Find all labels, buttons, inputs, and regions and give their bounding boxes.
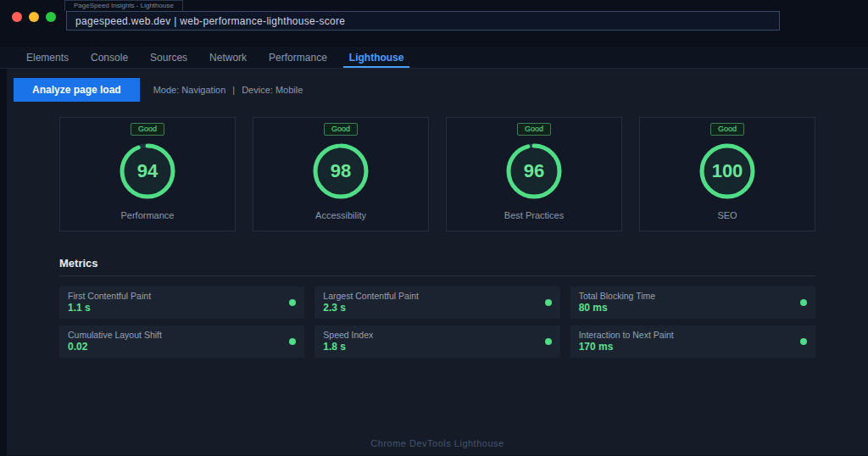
metric-status-good-icon	[545, 338, 552, 345]
score-value: 96	[504, 141, 565, 202]
score-card-best-practices[interactable]: Good 96 Best Practices	[446, 117, 622, 231]
score-value: 100	[697, 141, 758, 202]
score-label: Accessibility	[315, 210, 366, 220]
maximize-window-icon[interactable]	[46, 12, 56, 22]
lighthouse-panel: Analyze page load Mode: Navigation | Dev…	[0, 69, 868, 455]
analyze-page-load-button[interactable]: Analyze page load	[14, 78, 140, 102]
tab-elements[interactable]: Elements	[15, 47, 80, 68]
tab-performance[interactable]: Performance	[258, 47, 338, 68]
metric-value: 2.3 s	[323, 302, 419, 314]
close-window-icon[interactable]	[12, 12, 22, 22]
metric-name: Largest Contentful Paint	[323, 291, 419, 301]
metric-total-blocking-time: Total Blocking Time 80 ms	[570, 286, 815, 319]
metric-largest-contentful-paint: Largest Contentful Paint 2.3 s	[314, 286, 559, 319]
device-label: Device: Mobile	[242, 85, 303, 95]
score-label: SEO	[717, 210, 737, 220]
metric-value: 170 ms	[579, 341, 674, 353]
metric-cumulative-layout-shift: Cumulative Layout Shift 0.02	[59, 325, 304, 358]
metrics-heading: Metrics	[59, 257, 815, 276]
performance-gauge[interactable]: 94	[117, 141, 178, 202]
metric-value: 80 ms	[579, 302, 655, 314]
panel-footer: Chrome DevTools Lighthouse	[7, 438, 868, 448]
address-bar-url: pagespeed.web.dev | web-performance-ligh…	[75, 15, 345, 27]
window-controls	[12, 12, 56, 22]
metric-speed-index: Speed Index 1.8 s	[314, 325, 559, 358]
status-badge: Good	[517, 123, 551, 136]
tab-lighthouse[interactable]: Lighthouse	[338, 47, 415, 68]
metric-name: Speed Index	[323, 330, 373, 340]
metric-value: 0.02	[68, 341, 162, 353]
metric-value: 1.8 s	[323, 341, 373, 353]
tab-sources[interactable]: Sources	[139, 47, 198, 68]
score-value: 94	[117, 141, 178, 202]
metric-first-contentful-paint: First Contentful Paint 1.1 s	[59, 286, 304, 319]
best-practices-gauge[interactable]: 96	[504, 141, 565, 202]
metric-interaction-to-next-paint: Interaction to Next Paint 170 ms	[570, 325, 815, 358]
metric-value: 1.1 s	[68, 302, 151, 314]
metric-name: Total Blocking Time	[579, 291, 655, 301]
metric-status-good-icon	[289, 338, 296, 345]
minimize-window-icon[interactable]	[29, 12, 39, 22]
settings-separator: |	[232, 85, 235, 95]
browser-tab[interactable]: PageSpeed Insights - Lighthouse	[64, 0, 183, 11]
metric-status-good-icon	[800, 338, 807, 345]
metrics-section: Metrics First Contentful Paint 1.1 s Lar…	[59, 257, 815, 358]
status-badge: Good	[324, 123, 358, 136]
metric-status-good-icon	[800, 299, 807, 306]
status-badge: Good	[710, 123, 744, 136]
status-badge: Good	[131, 123, 164, 136]
run-settings-summary: Mode: Navigation | Device: Mobile	[153, 85, 303, 95]
tab-console[interactable]: Console	[80, 47, 139, 68]
score-card-performance[interactable]: Good 94 Performance	[59, 117, 236, 231]
tab-performance-label: Performance	[269, 52, 327, 64]
metrics-grid: First Contentful Paint 1.1 s Largest Con…	[59, 286, 815, 358]
tab-lighthouse-label: Lighthouse	[349, 52, 404, 64]
devtools-tab-bar: Elements Console Sources Network Perform…	[0, 47, 868, 69]
address-bar[interactable]: pagespeed.web.dev | web-performance-ligh…	[66, 11, 780, 31]
tab-sources-label: Sources	[150, 52, 187, 64]
score-value: 98	[310, 141, 371, 202]
browser-titlebar: PageSpeed Insights - Lighthouse pagespee…	[0, 0, 868, 47]
tab-elements-label: Elements	[26, 52, 69, 64]
metric-name: Cumulative Layout Shift	[68, 330, 162, 340]
score-label: Performance	[121, 210, 175, 220]
metric-name: First Contentful Paint	[68, 291, 151, 301]
mode-label: Mode: Navigation	[153, 85, 226, 95]
score-card-accessibility[interactable]: Good 98 Accessibility	[253, 117, 429, 231]
browser-tab-title: PageSpeed Insights - Lighthouse	[74, 2, 174, 9]
accessibility-gauge[interactable]: 98	[310, 141, 371, 202]
lighthouse-toolbar: Analyze page load Mode: Navigation | Dev…	[7, 78, 868, 102]
score-cards-row: Good 94 Performance Good 98	[59, 117, 815, 231]
metric-status-good-icon	[545, 299, 552, 306]
tab-network[interactable]: Network	[198, 47, 258, 68]
tab-console-label: Console	[91, 52, 128, 64]
score-card-seo[interactable]: Good 100 SEO	[639, 117, 815, 231]
seo-gauge[interactable]: 100	[697, 141, 758, 202]
score-label: Best Practices	[504, 210, 564, 220]
metric-status-good-icon	[289, 299, 296, 306]
tab-network-label: Network	[209, 52, 247, 64]
metric-name: Interaction to Next Paint	[579, 330, 674, 340]
